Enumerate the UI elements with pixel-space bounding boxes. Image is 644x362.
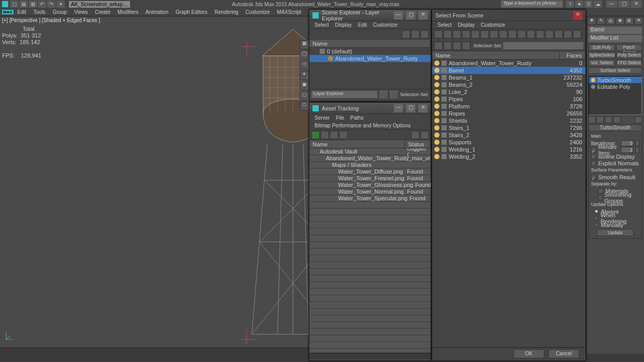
ok-button[interactable]: OK (513, 349, 544, 358)
configure-sets-icon[interactable] (635, 116, 642, 123)
tool-helper-icon[interactable]: ▢ (300, 91, 309, 101)
se-minimize-icon[interactable]: — (394, 11, 403, 20)
update-button[interactable]: Update (597, 229, 634, 236)
sfs-f8-icon[interactable] (499, 30, 507, 39)
menu-animation[interactable]: Animation (142, 9, 171, 15)
se-lock2-icon[interactable] (390, 90, 398, 99)
sfs-f14-icon[interactable] (555, 30, 563, 39)
at-list-icon[interactable] (330, 131, 338, 139)
update-manually-radio[interactable] (594, 222, 599, 227)
tab-display-icon[interactable]: ▤ (625, 17, 634, 25)
asset-row[interactable]: Water_Tower_Diffuse.pngFound (309, 168, 431, 175)
btn-spline-select[interactable]: SplineSelect (588, 52, 615, 59)
at-refresh-icon[interactable] (311, 131, 320, 139)
stack-editable-poly[interactable]: Editable Poly (589, 83, 641, 90)
btn-edit-poly[interactable]: Edit Poly (588, 44, 615, 51)
asset-row[interactable]: Maps / Shaders (309, 162, 431, 168)
modifier-list-dropdown[interactable]: Modifier List (588, 35, 642, 42)
undo-icon[interactable]: ↶ (38, 1, 46, 8)
scene-object-row[interactable]: Beams_1237232 (432, 74, 585, 81)
at-minimize-icon[interactable]: — (394, 104, 403, 112)
new-icon[interactable]: ▢ (10, 1, 19, 8)
sfs-f6-icon[interactable] (481, 30, 489, 39)
scene-object-row[interactable]: Stairs_23428 (432, 131, 585, 139)
app-logo-icon[interactable] (2, 1, 8, 7)
scene-object-row[interactable]: Barrel4352 (432, 67, 585, 74)
redo-icon[interactable]: ↷ (47, 1, 56, 8)
at-menu-paths[interactable]: Paths (348, 115, 366, 121)
scene-object-row[interactable]: Shields2232 (432, 117, 585, 124)
pin-stack-icon[interactable] (588, 116, 596, 123)
at-table-icon[interactable] (339, 131, 347, 139)
se-maximize-icon[interactable]: ▢ (406, 11, 415, 20)
at-menu-file[interactable]: File (334, 115, 346, 121)
layer-row[interactable]: 0 (default) (309, 48, 431, 55)
isoline-checkbox[interactable] (591, 154, 596, 159)
scene-object-row[interactable]: Abandoned_Water_Tower_Rusty0 (432, 60, 585, 67)
menu-customize[interactable]: Customize (243, 9, 273, 15)
scene-object-row[interactable]: Ropes26656 (432, 110, 585, 117)
btn-vol-select[interactable]: Vol. Select (588, 60, 615, 66)
at-col-name[interactable]: Name (309, 140, 405, 148)
tab-utilities-icon[interactable]: ⚒ (634, 17, 643, 25)
scene-object-row[interactable]: Pipes106 (432, 96, 585, 103)
viewport-label[interactable]: [+] [Perspective ] [Shaded + Edged Faces… (2, 17, 100, 23)
sfs-f4-icon[interactable] (462, 30, 470, 39)
at-options-icon[interactable] (420, 131, 429, 139)
scene-object-row[interactable]: Luke_290 (432, 88, 585, 96)
star-icon[interactable]: ★ (575, 1, 583, 8)
sfs-sel-none-icon[interactable] (444, 42, 452, 50)
asset-row[interactable]: Water_Tower_Glossiness.pngFound (309, 182, 431, 188)
at-col-status[interactable]: Status (405, 140, 431, 148)
tab-create-icon[interactable]: ✚ (587, 17, 596, 25)
sfs-f16-icon[interactable] (573, 30, 581, 39)
se-lock-icon[interactable] (402, 30, 410, 39)
sfs-close-icon[interactable]: ✕ (573, 11, 582, 20)
make-unique-icon[interactable] (605, 116, 612, 123)
link-icon[interactable]: ▾ (57, 1, 65, 8)
scene-object-row[interactable]: Supports2400 (432, 139, 585, 146)
smoothing-groups-checkbox[interactable] (598, 195, 602, 200)
iterations-spinner[interactable] (635, 140, 639, 146)
sfs-f9-icon[interactable] (508, 30, 517, 39)
se-search-icon[interactable] (420, 30, 429, 39)
se-filter-icon[interactable] (411, 30, 419, 39)
render-iters-checkbox[interactable] (591, 147, 596, 153)
tool-bone-icon[interactable]: ⎔ (300, 102, 309, 111)
at-maximize-icon[interactable]: ▢ (406, 104, 415, 112)
signin-icon[interactable]: ☰ (584, 1, 593, 8)
max-logo-small-icon[interactable]: MAX (2, 10, 13, 14)
modifier-stack[interactable]: TurboSmooth Editable Poly (588, 76, 642, 115)
sfs-menu-display[interactable]: Display (456, 22, 477, 28)
asset-row[interactable]: Water_Tower_Specular.pngFound (309, 195, 431, 202)
update-when-rendering-radio[interactable] (594, 216, 598, 220)
scene-object-row[interactable]: Beams_259224 (432, 81, 585, 88)
sfs-f5-icon[interactable] (471, 30, 480, 39)
se-menu-display[interactable]: Display (333, 22, 354, 28)
asset-row[interactable]: Water_Tower_Fresnel.pngFound (309, 175, 431, 182)
save-icon[interactable]: ▥ (29, 1, 37, 8)
tab-modify-icon[interactable]: ✎ (597, 17, 605, 25)
sfs-menu-customize[interactable]: Customize (479, 22, 507, 28)
sfs-f11-icon[interactable] (527, 30, 535, 39)
menu-graph-editors[interactable]: Graph Editors (173, 9, 211, 15)
btn-ffd-select[interactable]: FFD Select (616, 60, 642, 66)
tab-motion-icon[interactable]: ◉ (616, 17, 624, 25)
at-help-icon[interactable] (411, 131, 419, 139)
se-view-icon[interactable] (379, 90, 388, 99)
tool-display-icon[interactable]: ▦ (300, 40, 309, 49)
cancel-button[interactable]: Cancel (548, 349, 579, 358)
se-menu-edit[interactable]: Edit (356, 22, 369, 28)
help-search-input[interactable]: Type a keyword or phrase (501, 1, 563, 8)
at-scrollbar[interactable] (309, 353, 431, 359)
sfs-col-name[interactable]: Name (432, 51, 560, 59)
tool-shape-icon[interactable]: ◇ (300, 61, 309, 70)
at-close-icon[interactable]: ✕ (418, 104, 428, 112)
sfs-f12-icon[interactable] (536, 30, 544, 39)
menu-create[interactable]: Create (92, 9, 114, 15)
se-col-name[interactable]: Name (309, 40, 431, 47)
scene-object-row[interactable]: Stairs_17296 (432, 124, 585, 131)
sfs-f2-icon[interactable] (444, 30, 452, 39)
at-tree-icon[interactable] (321, 131, 329, 139)
btn-poly-select[interactable]: Poly Select (616, 52, 642, 59)
